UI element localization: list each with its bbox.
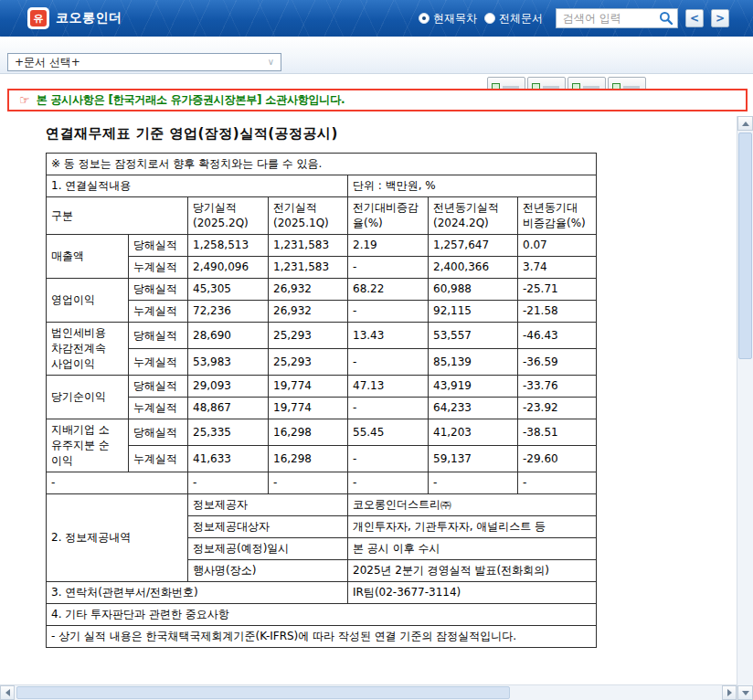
topbar: 유 코오롱인더 현재목차 전체문서 (0, 0, 753, 37)
horizontal-scrollbar[interactable] (0, 684, 737, 700)
table-row: 4. 기타 투자판단과 관련한 중요사항 (47, 604, 597, 626)
value-cell: 1,231,583 (269, 235, 348, 257)
value-cell: 2,400,366 (429, 257, 518, 279)
radio-all-documents[interactable]: 전체문서 (484, 11, 543, 27)
dash-cell: - (269, 472, 348, 494)
unit-cell: 단위 : 백만원, % (348, 175, 597, 197)
toolbar-button-1[interactable] (487, 77, 525, 89)
horizontal-scrollbar-thumb[interactable] (16, 686, 510, 699)
toolbar-button-4[interactable] (608, 77, 646, 89)
header-prev-q-cell: 전기실적 (2025.1Q) (269, 197, 348, 235)
scroll-left-button[interactable] (0, 685, 15, 700)
value-cell: 1,258,513 (188, 235, 269, 257)
value-cell: -38.51 (518, 419, 597, 446)
value-cell: 48,867 (188, 398, 269, 419)
row-type-cell: 당해실적 (129, 323, 188, 349)
field-value-cell: 본 공시 이후 수시 (348, 538, 597, 560)
value-cell: 25,293 (269, 349, 348, 376)
value-cell: 26,932 (269, 279, 348, 301)
vertical-scrollbar[interactable] (737, 116, 753, 700)
table-row: 누계실적 53,983 25,293 - 85,139 -36.59 (47, 349, 597, 376)
section3-value-cell: IR팀(02-3677-3114) (348, 582, 597, 604)
value-cell: - (348, 301, 429, 323)
value-cell: -36.59 (518, 349, 597, 376)
brand: 유 코오롱인더 (27, 7, 122, 29)
search-button[interactable] (657, 9, 675, 27)
field-value-cell: 2025년 2분기 경영실적 발표(전화회의) (348, 560, 597, 582)
radio-selected-icon (419, 13, 430, 24)
prev-result-button[interactable]: < (685, 9, 704, 27)
dash-cell: - (518, 472, 597, 494)
value-cell: 41,203 (429, 419, 518, 446)
value-cell: - (348, 349, 429, 376)
value-cell: 41,633 (188, 446, 269, 472)
toolbar-button-3[interactable] (567, 77, 606, 89)
value-cell: 43,919 (429, 376, 518, 398)
field-cell: 행사명(장소) (188, 560, 348, 582)
row-type-cell: 누계실적 (129, 446, 188, 472)
header-yoy-change-cell: 전년동기대 비증감율(%) (518, 197, 597, 235)
value-cell: 59,137 (429, 446, 518, 472)
row-type-cell: 누계실적 (129, 398, 188, 419)
toolbar-partial (487, 77, 646, 89)
field-value-cell: 코오롱인더스트리㈜ (348, 494, 597, 516)
value-cell: 19,774 (269, 376, 348, 398)
radio-current-label: 현재목차 (433, 11, 477, 27)
scroll-up-button[interactable] (737, 116, 753, 131)
dash-cell: - (188, 472, 269, 494)
note-cell: ※ 동 정보는 잠정치로서 향후 확정치와는 다를 수 있음. (47, 154, 597, 175)
disclosure-table: ※ 동 정보는 잠정치로서 향후 확정치와는 다를 수 있음. 1. 연결실적내… (46, 153, 597, 648)
row-type-cell: 누계실적 (129, 349, 188, 376)
metric-name-cell: 매출액 (47, 235, 129, 279)
notice-text: 본 공시사항은 [한국거래소 유가증권시장본부] 소관사항입니다. (37, 92, 345, 108)
metric-name-cell: 영업이익 (47, 279, 129, 323)
radio-unselected-icon (484, 13, 495, 24)
market-badge-text: 유 (30, 10, 47, 27)
scroll-down-button[interactable] (737, 685, 753, 700)
arrow-left-icon (5, 689, 10, 696)
document-viewer: ☞ 본 공시사항은 [한국거래소 유가증권시장본부] 소관사항입니다. 연결재무… (0, 74, 753, 684)
toolbar-button-2[interactable] (527, 77, 566, 89)
row-type-cell: 누계실적 (129, 257, 188, 279)
arrow-down-icon (742, 691, 749, 695)
value-cell: 45,305 (188, 279, 269, 301)
scroll-right-button[interactable] (722, 685, 737, 700)
kospi-market-icon: 유 (27, 7, 49, 29)
section3-label-cell: 3. 연락처(관련부서/전화번호) (47, 582, 348, 604)
section4-body-cell: - 상기 실적 내용은 한국채택국제회계기준(K-IFRS)에 따라 작성된 연… (47, 626, 597, 648)
search-input[interactable] (563, 12, 657, 25)
field-value-cell: 개인투자자, 기관투자자, 애널리스트 등 (348, 516, 597, 538)
dash-cell: - (429, 472, 518, 494)
value-cell: 1,257,647 (429, 235, 518, 257)
value-cell: 13.43 (348, 323, 429, 349)
field-cell: 정보제공대상자 (188, 516, 348, 538)
value-cell: 19,774 (269, 398, 348, 419)
document-select-bar: +문서 선택+ ∨ (0, 37, 753, 74)
row-type-cell: 당해실적 (129, 376, 188, 398)
value-cell: 60,988 (429, 279, 518, 301)
metric-name-cell: 법인세비용 차감전계속 사업이익 (47, 323, 129, 376)
metric-name-cell: 당기순이익 (47, 376, 129, 419)
document-select-dropdown[interactable]: +문서 선택+ ∨ (7, 53, 281, 71)
search-icon (659, 11, 673, 26)
table-row: 당기순이익 당해실적 29,093 19,774 47.13 43,919 -3… (47, 376, 597, 398)
radio-all-label: 전체문서 (499, 11, 543, 27)
value-cell: 55.45 (348, 419, 429, 446)
table-row: 누계실적 72,236 26,932 - 92,115 -21.58 (47, 301, 597, 323)
value-cell: 25,293 (269, 323, 348, 349)
value-cell: 47.13 (348, 376, 429, 398)
value-cell: 28,690 (188, 323, 269, 349)
section1-row: 1. 연결실적내용 단위 : 백만원, % (47, 175, 597, 197)
company-name: 코오롱인더 (56, 10, 122, 27)
radio-current-toc[interactable]: 현재목차 (419, 11, 477, 27)
value-cell: - (348, 257, 429, 279)
next-result-button[interactable]: > (711, 9, 729, 27)
table-row: 누계실적 48,867 19,774 - 64,233 -23.92 (47, 398, 597, 419)
value-cell: -25.71 (518, 279, 597, 301)
header-qoq-cell: 전기대비증감 율(%) (348, 197, 429, 235)
vertical-scrollbar-thumb[interactable] (738, 133, 752, 359)
value-cell: 1,231,583 (269, 257, 348, 279)
chevron-down-icon: ∨ (268, 58, 274, 67)
header-yoy-q-cell: 전년동기실적 (2024.2Q) (429, 197, 518, 235)
note-row: ※ 동 정보는 잠정치로서 향후 확정치와는 다를 수 있음. (47, 154, 597, 175)
